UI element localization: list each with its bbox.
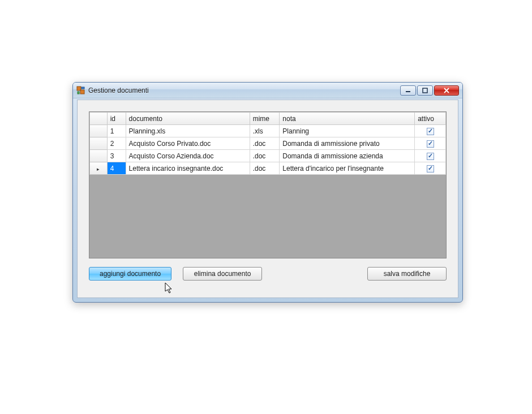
- cell-id[interactable]: 4: [107, 162, 126, 175]
- row-header-cell[interactable]: [90, 125, 108, 137]
- svg-rect-4: [406, 91, 410, 92]
- window-frame: Gestione documenti id documento mime not…: [72, 82, 463, 303]
- cell-documento[interactable]: Acquisto Corso Privato.doc: [126, 137, 250, 150]
- table-row[interactable]: ▸4Lettera incarico insegnante.doc.docLet…: [90, 162, 446, 175]
- minimize-button[interactable]: [400, 85, 416, 96]
- row-header-cell[interactable]: ▸: [90, 162, 108, 175]
- table-row[interactable]: 2Acquisto Corso Privato.doc.docDomanda d…: [90, 137, 446, 150]
- maximize-button[interactable]: [417, 85, 433, 96]
- column-header-attivo[interactable]: attivo: [415, 113, 446, 125]
- row-header-corner[interactable]: [90, 113, 108, 125]
- close-button[interactable]: [434, 85, 459, 96]
- cell-id[interactable]: 1: [107, 125, 126, 137]
- row-header-cell[interactable]: [90, 150, 108, 162]
- column-header-documento[interactable]: documento: [126, 113, 250, 125]
- cell-mime[interactable]: .doc: [250, 150, 280, 162]
- grid-empty-area[interactable]: [89, 175, 446, 255]
- cell-documento[interactable]: Planning.xls: [126, 125, 250, 137]
- datagrid[interactable]: id documento mime nota attivo 1Planning.…: [89, 111, 447, 258]
- cell-mime[interactable]: .doc: [250, 137, 280, 150]
- column-header-nota[interactable]: nota: [280, 113, 415, 125]
- cell-nota[interactable]: Domanda di ammissione azienda: [280, 150, 415, 162]
- cell-mime[interactable]: .doc: [250, 162, 280, 175]
- cell-attivo[interactable]: [415, 150, 446, 162]
- cell-id[interactable]: 3: [107, 150, 126, 162]
- cell-mime[interactable]: .xls: [250, 125, 280, 137]
- svg-rect-5: [423, 88, 427, 93]
- titlebar[interactable]: Gestione documenti: [73, 83, 462, 98]
- app-icon: [76, 86, 85, 95]
- cell-nota[interactable]: Planning: [280, 125, 415, 137]
- window-title: Gestione documenti: [88, 87, 149, 94]
- cell-nota[interactable]: Lettera d'incarico per l'insegnante: [280, 162, 415, 175]
- cell-attivo[interactable]: [415, 162, 446, 175]
- add-document-button[interactable]: aggiungi documento: [89, 267, 171, 281]
- cell-attivo[interactable]: [415, 137, 446, 150]
- svg-rect-2: [81, 87, 84, 89]
- table-row[interactable]: 3Acquisto Corso Azienda.doc.docDomanda d…: [90, 150, 446, 162]
- cell-attivo[interactable]: [415, 125, 446, 137]
- table-row[interactable]: 1Planning.xls.xlsPlanning: [90, 125, 446, 137]
- row-indicator-icon: ▸: [97, 166, 100, 172]
- button-row: aggiungi documento elimina documento sal…: [89, 267, 447, 281]
- svg-rect-1: [80, 90, 84, 94]
- cell-documento[interactable]: Acquisto Corso Azienda.doc: [126, 150, 250, 162]
- cell-id[interactable]: 2: [107, 137, 126, 150]
- column-header-id[interactable]: id: [107, 113, 126, 125]
- attivo-checkbox[interactable]: [427, 140, 434, 148]
- svg-rect-3: [78, 92, 79, 94]
- attivo-checkbox[interactable]: [427, 128, 434, 135]
- cell-documento[interactable]: Lettera incarico insegnante.doc: [126, 162, 250, 175]
- delete-document-button[interactable]: elimina documento: [183, 267, 262, 281]
- column-header-row[interactable]: id documento mime nota attivo: [90, 113, 446, 125]
- save-changes-button[interactable]: salva modifiche: [367, 267, 447, 281]
- attivo-checkbox[interactable]: [427, 165, 434, 172]
- client-area: id documento mime nota attivo 1Planning.…: [77, 100, 458, 298]
- row-header-cell[interactable]: [90, 137, 108, 150]
- attivo-checkbox[interactable]: [427, 153, 434, 160]
- cell-nota[interactable]: Domanda di ammissione privato: [280, 137, 415, 150]
- column-header-mime[interactable]: mime: [250, 113, 280, 125]
